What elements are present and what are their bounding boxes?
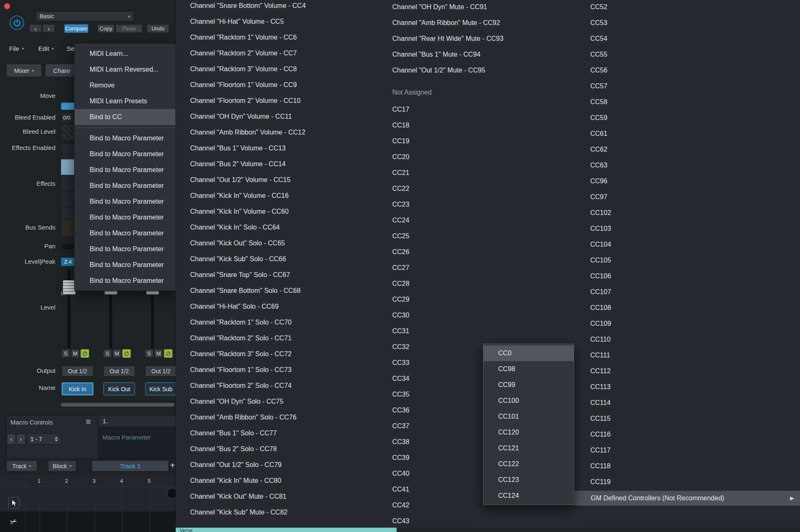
cc-menu-item[interactable]: CC33 xyxy=(386,355,469,371)
context-menu-item-bind-macro[interactable]: Bind to Macro Parameter xyxy=(75,273,176,289)
cc-menu-item[interactable]: CC24 xyxy=(386,212,469,228)
cc-menu-item[interactable]: CC32 xyxy=(386,339,469,355)
cc-menu-item[interactable]: Channel "Kick In" Volume - CC60 xyxy=(184,204,380,220)
cc-menu-item[interactable]: CC58 xyxy=(584,94,709,110)
cc-menu-item[interactable]: CC103 xyxy=(584,221,709,237)
cc-menu-item[interactable]: CC53 xyxy=(584,15,709,31)
cc-popup-item[interactable]: CC122 xyxy=(484,456,574,472)
cc-popup-item[interactable]: CC98 xyxy=(484,361,574,377)
cc-menu-item[interactable]: CC28 xyxy=(386,276,469,292)
cc-menu-item[interactable]: CC19 xyxy=(386,133,469,149)
cc-menu-item[interactable]: Channel "Kick Sub" Solo - CC66 xyxy=(184,251,380,267)
cc-menu-item[interactable]: Channel "Hi-Hat" Volume - CC5 xyxy=(184,14,380,30)
cc-menu-item[interactable]: CC25 xyxy=(386,228,469,244)
macro-prev-button[interactable]: ‹ xyxy=(7,434,16,445)
cc-menu-item[interactable]: Channel "Bus 1" Volume - CC13 xyxy=(184,140,380,156)
cc-menu-item[interactable]: Channel "Floortom 1" Solo - CC73 xyxy=(184,362,380,378)
compare-button[interactable]: Compare xyxy=(64,24,88,33)
cc-menu-item[interactable]: Channel "Floortom 2" Solo - CC74 xyxy=(184,378,380,394)
cc-menu-item[interactable]: CC106 xyxy=(584,268,709,284)
context-menu-item[interactable]: MIDI Learn Presets xyxy=(75,93,176,109)
cc-menu-item[interactable]: CC17 xyxy=(386,102,469,117)
context-menu-item-bind-macro[interactable]: Bind to Macro Parameter xyxy=(75,130,176,146)
cc-popup-item-highlighted[interactable]: CC0 xyxy=(484,345,574,361)
macro-next-button[interactable]: › xyxy=(16,434,25,445)
copy-button[interactable]: Copy xyxy=(97,24,115,33)
cc-menu-item[interactable]: Channel "Kick Out" Solo - CC65 xyxy=(184,235,380,251)
bleed-enabled-value[interactable]: 0/0 xyxy=(61,112,74,122)
cc-menu-item[interactable]: CC56 xyxy=(584,62,709,78)
cc-menu-item[interactable]: Channel "Out 1/2" Mute - CC95 xyxy=(386,62,565,78)
bypass-button[interactable]: ∅ xyxy=(122,349,131,358)
cc-menu-item[interactable]: CC119 xyxy=(584,474,709,490)
cc-menu-item[interactable]: Channel "Racktom 2" Solo - CC71 xyxy=(184,330,380,346)
cc-menu-item[interactable]: CC26 xyxy=(386,244,469,260)
context-menu-item[interactable]: MIDI Learn... xyxy=(75,46,176,62)
cc-menu-item[interactable]: Channel "Racktom 1" Volume - CC6 xyxy=(184,30,380,45)
cc-menu-item[interactable]: CC104 xyxy=(584,237,709,252)
cc-menu-item[interactable]: Channel "Rear Ht Wide" Mute - CC93 xyxy=(386,31,565,47)
solo-button[interactable]: S xyxy=(103,349,112,358)
mute-button[interactable]: M xyxy=(154,349,163,358)
context-menu-item-bind-macro[interactable]: Bind to Macro Parameter xyxy=(75,241,176,257)
macro-range-dropdown[interactable]: 1 - 7 xyxy=(28,434,61,445)
cc-menu-item[interactable]: CC55 xyxy=(584,47,709,62)
cc-menu-item[interactable]: CC96 xyxy=(584,173,709,189)
solo-button[interactable]: S xyxy=(61,349,70,358)
cc-menu-item[interactable]: Channel "Kick Out" Mute - CC81 xyxy=(184,489,380,505)
cc-menu-item[interactable]: CC115 xyxy=(584,411,709,427)
cc-menu-item[interactable]: Channel "Hi-Hat" Solo - CC69 xyxy=(184,299,380,315)
cc-menu-item[interactable]: CC105 xyxy=(584,252,709,268)
channel-name-button[interactable]: Kick Out xyxy=(103,382,135,395)
cc-popup-item[interactable]: CC123 xyxy=(484,472,574,488)
cc-menu-item[interactable]: CC61 xyxy=(584,126,709,142)
cc-menu-item[interactable]: CC23 xyxy=(386,197,469,212)
cc-menu-item[interactable]: Channel "Floortom 1" Volume - CC9 xyxy=(184,77,380,93)
output-button[interactable]: Out 1/2 xyxy=(103,366,135,377)
cc-popup-item[interactable]: CC124 xyxy=(484,488,574,504)
cc-menu-item[interactable]: Channel "Bus 2" Volume - CC14 xyxy=(184,156,380,172)
cc-menu-item[interactable]: Channel "OH Dyn" Volume - CC11 xyxy=(184,109,380,125)
timeline-lane[interactable] xyxy=(0,512,176,532)
cc-menu-item[interactable]: CC118 xyxy=(584,458,709,474)
cc-menu-item[interactable]: CC116 xyxy=(584,427,709,442)
cc-menu-item[interactable]: Channel "Bus 1" Solo - CC77 xyxy=(184,425,380,441)
cc-menu-item[interactable]: Channel "Snare Bottom" Volume - CC4 xyxy=(184,0,380,14)
macro-parameter-placeholder[interactable]: Macro Parameter xyxy=(103,434,151,441)
cc-menu-item[interactable]: CC22 xyxy=(386,181,469,197)
cc-menu-item[interactable]: CC111 xyxy=(584,347,709,363)
cc-menu-item[interactable]: CC34 xyxy=(386,371,469,387)
cc-menu-item[interactable]: CC110 xyxy=(584,332,709,347)
mute-button[interactable]: M xyxy=(113,349,121,358)
cc-menu-item[interactable]: CC31 xyxy=(386,323,469,339)
cc-menu-item[interactable]: CC42 xyxy=(386,497,469,513)
cc-menu-item[interactable]: CC30 xyxy=(386,307,469,323)
cc-menu-item[interactable]: CC18 xyxy=(386,117,469,133)
cc-menu-item[interactable]: CC27 xyxy=(386,260,469,276)
cc-menu-item[interactable]: Channel "Kick In" Volume - CC16 xyxy=(184,188,380,204)
context-menu-item-bind-macro[interactable]: Bind to Macro Parameter xyxy=(75,146,176,162)
cc-menu-item[interactable]: Channel "Kick Sub" Mute - CC82 xyxy=(184,505,380,520)
cc-menu-item[interactable]: Channel "Racktom 2" Volume - CC7 xyxy=(184,45,380,61)
context-menu-item-bind-to-cc[interactable]: Bind to CC xyxy=(75,109,176,125)
add-track-button[interactable]: + xyxy=(170,461,175,470)
cc-menu-item[interactable]: CC37 xyxy=(386,418,469,434)
cc-menu-item[interactable]: Channel "Out 1/2" Solo - CC79 xyxy=(184,457,380,473)
context-menu-item-bind-macro[interactable]: Bind to Macro Parameter xyxy=(75,225,176,241)
cc-menu-item[interactable]: CC52 xyxy=(584,0,709,15)
cc-menu-item[interactable]: Channel "Bus 2" Solo - CC78 xyxy=(184,441,380,457)
cc-menu-item[interactable]: Channel "Kick In" Mute - CC80 xyxy=(184,473,380,489)
block-dropdown[interactable]: Block ▾ xyxy=(48,460,76,472)
cc-menu-item[interactable]: Channel "Snare Bottom" Solo - CC68 xyxy=(184,283,380,299)
context-menu-item[interactable]: MIDI Learn Reversed... xyxy=(75,62,176,77)
mute-button[interactable]: M xyxy=(71,349,80,358)
cc-menu-item[interactable]: Channel "Racktom 3" Volume - CC8 xyxy=(184,61,380,77)
cc-menu-item[interactable]: Channel "Racktom 1" Solo - CC70 xyxy=(184,315,380,330)
cc-menu-item[interactable]: Channel "Out 1/2" Volume - CC15 xyxy=(184,172,380,188)
cc-popup-item[interactable]: CC100 xyxy=(484,393,574,409)
cc-menu-item[interactable]: CC29 xyxy=(386,292,469,307)
cc-menu-item[interactable]: CC36 xyxy=(386,402,469,418)
undo-button[interactable]: Undo xyxy=(147,24,169,33)
context-menu-item[interactable]: Remove xyxy=(75,77,176,93)
cc-menu-item[interactable]: Channel "Snare Top" Solo - CC67 xyxy=(184,267,380,283)
